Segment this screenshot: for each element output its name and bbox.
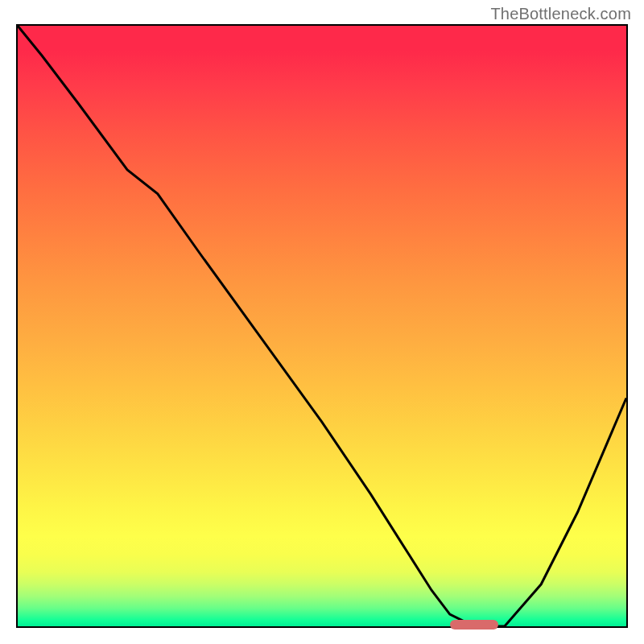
- chart-frame: [16, 24, 628, 628]
- chart-curve: [18, 26, 626, 626]
- watermark-text: TheBottleneck.com: [490, 5, 631, 23]
- chart-marker: [450, 620, 498, 630]
